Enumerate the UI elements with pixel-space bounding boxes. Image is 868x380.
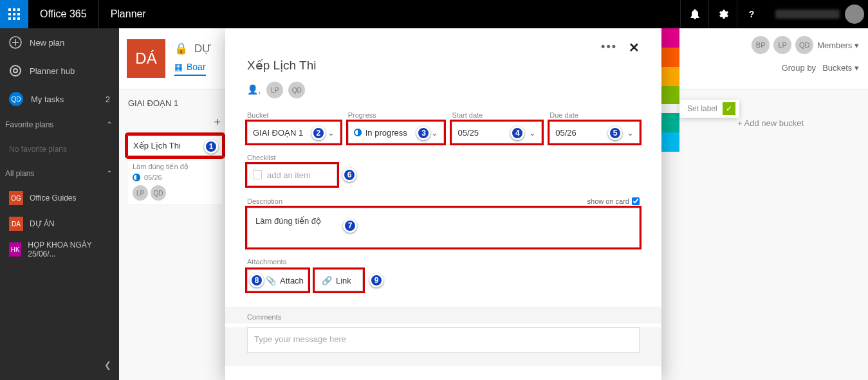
bucket-select[interactable]: GIAI ĐOẠN 1 2 ⌄: [247, 122, 340, 143]
member-avatar[interactable]: QD: [795, 36, 813, 54]
annotation-pin: 1: [204, 140, 218, 154]
app-launcher-icon[interactable]: [0, 0, 28, 28]
set-label-text: Set label: [687, 104, 717, 113]
attach-label: Attach: [280, 276, 304, 285]
plan-name: Office Guides: [30, 194, 76, 203]
task-card-desc: Làm đúng tiến độ: [133, 163, 217, 171]
progress-value: In progress: [365, 128, 407, 138]
comments-label: Comments: [225, 307, 661, 323]
assignee-avatar[interactable]: LP: [266, 82, 283, 98]
bucket-field-label: Bucket: [247, 111, 340, 119]
annotation-pin: 9: [369, 273, 383, 287]
my-tasks-avatar: QD: [9, 92, 23, 106]
description-value: Làm đúng tiến độ: [255, 216, 321, 226]
link-button[interactable]: 🔗 Link: [315, 269, 363, 291]
link-label: Link: [336, 276, 351, 285]
all-plans-head[interactable]: All plans ⌃: [0, 162, 119, 185]
label-swatch-orange[interactable]: [661, 48, 679, 67]
members-dropdown[interactable]: Members ▾: [817, 41, 859, 50]
task-card-due: 05/26: [144, 174, 162, 181]
favorite-plans-head[interactable]: Favorite plans ⌃: [0, 113, 119, 136]
assignee-avatar[interactable]: QD: [288, 82, 305, 98]
description-input[interactable]: Làm đúng tiến độ 7: [247, 208, 640, 248]
left-nav: New plan Planner hub QD My tasks 2 Favor…: [0, 28, 119, 380]
chevron-down-icon: ⌄: [431, 128, 438, 138]
show-on-card-checkbox[interactable]: [632, 197, 640, 205]
label-swatch-pink[interactable]: [661, 28, 679, 48]
bucket-title[interactable]: GIAI ĐOẠN 1: [127, 89, 223, 113]
member-avatar[interactable]: LP: [773, 36, 791, 54]
app-title[interactable]: Planner: [99, 8, 158, 20]
planner-hub-label: Planner hub: [30, 66, 75, 76]
my-tasks-count: 2: [106, 95, 110, 104]
comment-input[interactable]: Type your message here: [247, 327, 640, 353]
progress-field-label: Progress: [348, 111, 445, 119]
group-by-dropdown[interactable]: Buckets ▾: [822, 63, 859, 73]
close-icon[interactable]: ✕: [629, 40, 640, 55]
board-icon: ▦: [174, 62, 183, 72]
plan-name: HỌP KHOA NGÀY 25/06/...: [28, 240, 110, 258]
user-menu[interactable]: [765, 0, 868, 28]
progress-icon: [133, 174, 140, 181]
task-avatar: LP: [133, 185, 148, 201]
brand-title[interactable]: Office 365: [28, 0, 99, 28]
svg-rect-8: [17, 17, 20, 20]
no-favorite-plans: No favorite plans: [0, 136, 119, 162]
plan-badge: OG: [9, 191, 23, 205]
favorite-plans-label: Favorite plans: [5, 120, 53, 129]
link-icon: 🔗: [322, 276, 332, 285]
description-label: Description: [247, 197, 282, 205]
confirm-label-icon[interactable]: ✓: [723, 102, 735, 115]
plan-item-2[interactable]: HK HỌP KHOA NGÀY 25/06/...: [0, 237, 119, 262]
plan-item-1[interactable]: DA DỰ ÁN: [0, 211, 119, 237]
tab-board-label: Boar: [187, 62, 206, 72]
help-icon[interactable]: ?: [737, 0, 765, 28]
paperclip-icon: 📎: [266, 276, 276, 285]
annotation-pin: 3: [416, 126, 430, 140]
plan-title: DỰ: [194, 42, 212, 55]
label-swatch-blue[interactable]: [661, 132, 679, 152]
label-swatch-teal[interactable]: [661, 113, 679, 132]
due-date-picker[interactable]: 05/26 5 ⌄: [549, 122, 640, 143]
add-bucket-button[interactable]: + Add new bucket: [737, 118, 804, 128]
plan-badge-large: DÁ: [127, 39, 165, 78]
show-on-card-toggle[interactable]: show on card: [587, 197, 640, 205]
progress-select[interactable]: In progress 3 ⌄: [348, 122, 445, 143]
annotation-pin: 7: [343, 219, 357, 233]
svg-rect-3: [8, 13, 11, 15]
progress-icon: [354, 129, 362, 136]
chevron-up-icon: ⌃: [106, 120, 113, 129]
plus-circle-icon: [9, 36, 22, 49]
task-modal: ••• ✕ Xếp Lịch Thi 👤+ LP QD Bucket GIAI …: [225, 28, 661, 380]
my-tasks-link[interactable]: QD My tasks 2: [0, 85, 119, 113]
new-plan-button[interactable]: New plan: [0, 28, 119, 57]
task-avatar: QD: [151, 185, 166, 201]
task-card[interactable]: Xếp Lịch Thi 1: [127, 134, 223, 157]
planner-hub-link[interactable]: Planner hub: [0, 57, 119, 85]
attach-button[interactable]: 8 📎 Attach: [247, 269, 308, 291]
attachments-label: Attachments: [247, 258, 640, 266]
label-swatch-amber[interactable]: [661, 67, 679, 86]
modal-task-title[interactable]: Xếp Lịch Thi: [247, 58, 640, 73]
more-options-icon[interactable]: •••: [601, 40, 617, 55]
assign-icon[interactable]: 👤+: [247, 84, 261, 96]
start-date-value: 05/25: [457, 128, 479, 138]
notifications-icon[interactable]: [680, 0, 708, 28]
add-task-button[interactable]: +: [127, 113, 223, 134]
plan-item-0[interactable]: OG Office Guides: [0, 185, 119, 211]
group-by-label: Group by: [782, 63, 816, 73]
checklist-add-item[interactable]: add an item: [247, 164, 337, 186]
due-date-value: 05/26: [555, 128, 577, 138]
collapse-nav-icon[interactable]: ❮: [104, 360, 111, 370]
task-card-body[interactable]: Làm đúng tiến độ 05/26 LP QD: [127, 158, 223, 205]
bucket-column: GIAI ĐOẠN 1 + Xếp Lịch Thi 1 Làm đúng ti…: [127, 89, 223, 205]
label-swatch-green[interactable]: [661, 86, 679, 104]
set-label-flyout[interactable]: Set label ✓: [679, 100, 739, 118]
comment-placeholder: Type your message here: [254, 334, 346, 344]
settings-icon[interactable]: [708, 0, 737, 28]
member-avatar[interactable]: BP: [752, 36, 770, 54]
tab-board[interactable]: ▦ Boar: [174, 62, 206, 76]
start-date-picker[interactable]: 05/25 4 ⌄: [452, 122, 542, 143]
all-plans-label: All plans: [5, 169, 34, 178]
due-field-label: Due date: [549, 111, 640, 119]
